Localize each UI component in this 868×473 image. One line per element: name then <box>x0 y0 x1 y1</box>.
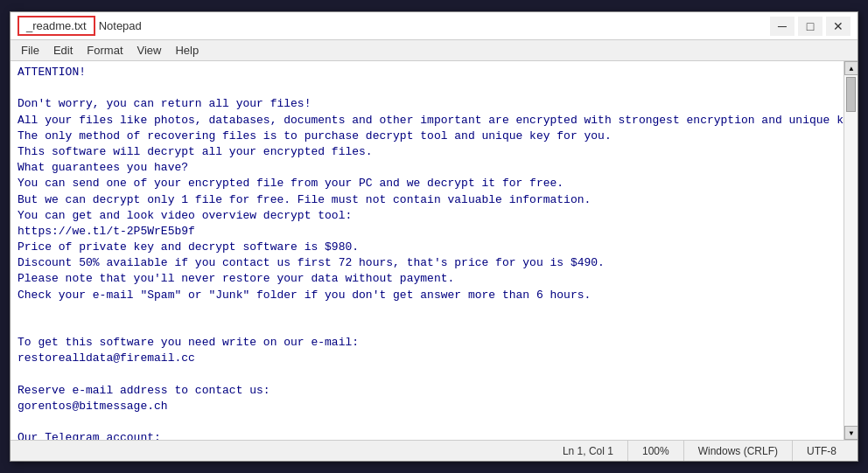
scroll-thumb[interactable] <box>846 77 856 112</box>
cursor-position: Ln 1, Col 1 <box>549 441 628 461</box>
menu-bar: File Edit Format View Help <box>10 40 858 61</box>
maximize-button[interactable]: □ <box>798 17 822 36</box>
line-ending: Windows (CRLF) <box>684 441 793 461</box>
scroll-up-arrow[interactable]: ▲ <box>844 61 858 75</box>
vertical-scrollbar[interactable]: ▲ ▼ <box>844 61 858 440</box>
menu-file[interactable]: File <box>14 41 46 60</box>
menu-edit[interactable]: Edit <box>46 41 80 60</box>
menu-format[interactable]: Format <box>80 41 130 60</box>
document-content: ATTENTION! Don't worry, you can return a… <box>18 65 844 436</box>
window-controls: ─ □ ✕ <box>770 17 850 36</box>
title-tab: _readme.txt <box>18 16 95 36</box>
menu-help[interactable]: Help <box>168 41 206 60</box>
status-bar: Ln 1, Col 1 100% Windows (CRLF) UTF-8 <box>10 440 858 461</box>
encoding: UTF-8 <box>793 441 850 461</box>
title-bar: _readme.txt Notepad ─ □ ✕ <box>10 12 858 40</box>
minimize-button[interactable]: ─ <box>770 17 794 36</box>
text-area[interactable]: ATTENTION! Don't worry, you can return a… <box>10 61 844 440</box>
close-button[interactable]: ✕ <box>826 17 850 36</box>
scroll-track[interactable] <box>844 75 858 426</box>
notepad-window: _readme.txt Notepad ─ □ ✕ File Edit Form… <box>10 11 858 462</box>
zoom-level: 100% <box>628 441 684 461</box>
app-title: Notepad <box>99 19 770 32</box>
menu-view[interactable]: View <box>130 41 169 60</box>
scroll-down-arrow[interactable]: ▼ <box>844 426 858 440</box>
